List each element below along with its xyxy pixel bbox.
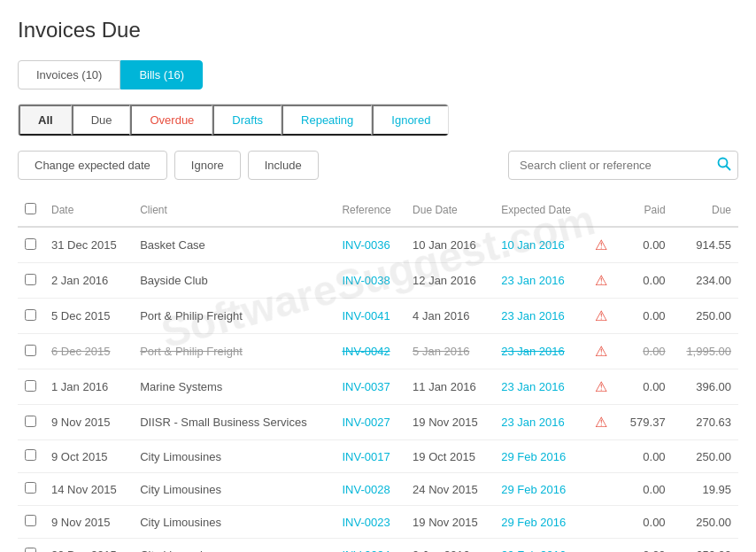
row-client: City Limousines: [133, 506, 335, 539]
reference-link[interactable]: INV-0041: [342, 309, 390, 323]
row-warning-cell: [588, 440, 617, 473]
row-checkbox[interactable]: [25, 548, 36, 552]
row-date: 9 Nov 2015: [44, 405, 133, 440]
row-reference[interactable]: INV-0036: [335, 227, 405, 263]
row-reference[interactable]: INV-0038: [335, 263, 405, 299]
row-checkbox-cell: [18, 473, 44, 506]
row-due-date: 12 Jan 2016: [405, 263, 494, 299]
warning-icon: ⚠: [595, 237, 607, 253]
row-due-date: 9 Jan 2016: [405, 539, 494, 553]
row-client: DIISR - Small Business Services: [133, 405, 335, 440]
reference-link[interactable]: INV-0027: [342, 416, 390, 429]
tab-overdue[interactable]: Overdue: [130, 105, 212, 136]
row-reference[interactable]: INV-0037: [335, 369, 405, 405]
tab-ignored[interactable]: Ignored: [372, 105, 448, 136]
reference-link[interactable]: INV-0042: [342, 345, 390, 358]
tab-repeating[interactable]: Repeating: [282, 105, 372, 136]
tab-all[interactable]: All: [19, 105, 72, 136]
row-expected-date: 23 Jan 2016: [494, 369, 588, 405]
reference-link[interactable]: INV-0037: [342, 380, 390, 393]
svg-line-1: [727, 166, 730, 169]
row-warning-cell: ⚠: [588, 369, 617, 405]
table-row: 30 Dec 2015 City Limousines INV-0034 9 J…: [18, 539, 738, 553]
filter-tab-group: All Due Overdue Drafts Repeating Ignored: [18, 104, 449, 136]
reference-link[interactable]: INV-0036: [342, 238, 390, 252]
row-due-amount: 650.00: [673, 539, 738, 553]
reference-link[interactable]: INV-0038: [342, 274, 390, 287]
row-expected-date: 23 Jan 2016: [494, 299, 588, 334]
row-date: 1 Jan 2016: [44, 369, 133, 405]
row-checkbox[interactable]: [25, 309, 36, 321]
change-expected-date-button[interactable]: Change expected date: [18, 151, 167, 180]
row-checkbox-cell: [18, 299, 44, 334]
row-paid: 0.00: [617, 440, 672, 473]
row-paid: 0.00: [617, 369, 672, 405]
row-date: 14 Nov 2015: [44, 473, 133, 506]
row-checkbox-cell: [18, 539, 44, 553]
row-client: City Limousines: [133, 539, 335, 553]
row-reference[interactable]: INV-0023: [335, 506, 405, 539]
row-checkbox-cell: [18, 405, 44, 440]
row-checkbox[interactable]: [25, 449, 36, 461]
row-expected-date: 29 Feb 2016: [494, 539, 588, 553]
row-due-amount: 250.00: [673, 440, 738, 473]
reference-link[interactable]: INV-0034: [342, 548, 390, 553]
table-row: 9 Oct 2015 City Limousines INV-0017 19 O…: [18, 440, 738, 473]
row-checkbox[interactable]: [25, 238, 36, 250]
row-reference[interactable]: INV-0042: [335, 334, 405, 369]
reference-link[interactable]: INV-0028: [342, 483, 390, 496]
row-reference[interactable]: INV-0028: [335, 473, 405, 506]
header-date: Date: [44, 194, 133, 227]
row-date: 9 Nov 2015: [44, 506, 133, 539]
reference-link[interactable]: INV-0017: [342, 450, 390, 463]
header-due-date: Due Date: [405, 194, 494, 227]
row-reference[interactable]: INV-0034: [335, 539, 405, 553]
include-button[interactable]: Include: [248, 151, 319, 180]
row-checkbox[interactable]: [25, 416, 36, 427]
header-reference: Reference: [335, 194, 405, 227]
tab-drafts[interactable]: Drafts: [212, 105, 282, 136]
row-reference[interactable]: INV-0027: [335, 405, 405, 440]
row-client: Bayside Club: [133, 263, 335, 299]
actions-row: Change expected date Ignore Include: [18, 151, 738, 180]
row-warning-cell: ⚠: [588, 334, 617, 369]
table-row: 1 Jan 2016 Marine Systems INV-0037 11 Ja…: [18, 369, 738, 405]
row-date: 30 Dec 2015: [44, 539, 133, 553]
row-due-date: 11 Jan 2016: [405, 369, 494, 405]
header-paid: Paid: [617, 194, 672, 227]
row-due-amount: 1,995.00: [673, 334, 738, 369]
row-checkbox[interactable]: [25, 345, 36, 356]
ignore-button[interactable]: Ignore: [174, 151, 241, 180]
select-all-checkbox[interactable]: [25, 203, 36, 214]
row-client: Port & Philip Freight: [133, 334, 335, 369]
row-client: City Limousines: [133, 473, 335, 506]
row-reference[interactable]: INV-0017: [335, 440, 405, 473]
row-warning-cell: [588, 473, 617, 506]
page-title: Invoices Due: [18, 18, 738, 43]
table-row: 9 Nov 2015 City Limousines INV-0023 19 N…: [18, 506, 738, 539]
top-tab-group: Invoices (10) Bills (16): [18, 60, 738, 89]
warning-icon: ⚠: [595, 308, 607, 323]
row-expected-date: 29 Feb 2016: [494, 506, 588, 539]
row-paid: 0.00: [617, 227, 672, 263]
search-input[interactable]: [508, 151, 738, 180]
search-icon-button[interactable]: [717, 157, 731, 175]
row-checkbox[interactable]: [25, 274, 36, 285]
row-checkbox[interactable]: [25, 380, 36, 392]
row-warning-cell: [588, 539, 617, 553]
row-reference[interactable]: INV-0041: [335, 299, 405, 334]
row-due-date: 19 Nov 2015: [405, 506, 494, 539]
tab-due[interactable]: Due: [72, 105, 131, 136]
row-checkbox[interactable]: [25, 515, 36, 526]
reference-link[interactable]: INV-0023: [342, 516, 390, 529]
tab-invoices[interactable]: Invoices (10): [18, 60, 120, 89]
row-expected-date: 29 Feb 2016: [494, 440, 588, 473]
warning-icon: ⚠: [595, 344, 607, 359]
row-paid: 579.37: [617, 405, 672, 440]
row-date: 6 Dec 2015: [44, 334, 133, 369]
header-checkbox-col: [18, 194, 44, 227]
row-expected-date: 10 Jan 2016: [494, 227, 588, 263]
warning-icon: ⚠: [595, 273, 607, 288]
row-checkbox[interactable]: [25, 482, 36, 494]
tab-bills[interactable]: Bills (16): [120, 60, 203, 89]
